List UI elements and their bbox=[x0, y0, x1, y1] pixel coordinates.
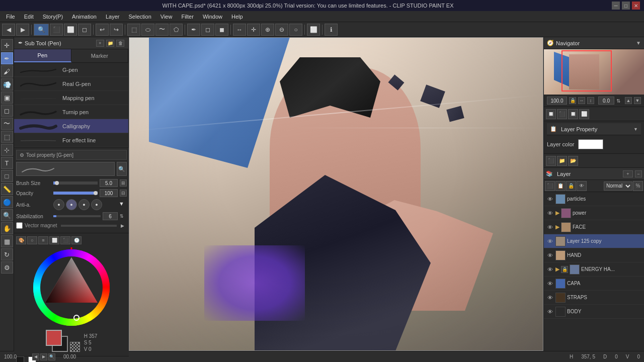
select-ellipse-btn[interactable]: ⬭ bbox=[141, 24, 154, 36]
blend-mode-select[interactable]: Normal Multiply Screen Overlay bbox=[604, 182, 632, 191]
select-tool[interactable]: ⬚ bbox=[1, 131, 13, 143]
layer-capa[interactable]: 👁 CAPA bbox=[544, 277, 644, 291]
sub-tool-delete[interactable]: 🗑 bbox=[116, 40, 124, 47]
eyedropper-tool[interactable]: 🔵 bbox=[1, 196, 13, 208]
transparent-swatch[interactable] bbox=[70, 342, 80, 352]
vector-magnet-checkbox[interactable] bbox=[16, 222, 23, 229]
layer-tb-btn1[interactable]: ⬛ bbox=[545, 181, 555, 191]
opacity-slider[interactable] bbox=[53, 192, 98, 195]
layer-vis-hand[interactable]: 👁 bbox=[546, 251, 554, 259]
antialias-expand[interactable]: ▼ bbox=[119, 201, 127, 209]
command-bar-toggle2[interactable]: ▶ bbox=[16, 24, 29, 36]
navigator-toggle[interactable]: ▼ bbox=[636, 40, 641, 46]
transform-btn[interactable]: ↔ bbox=[233, 24, 246, 36]
nav-settings-btn[interactable]: ▲ bbox=[625, 97, 632, 104]
status-zoom-btn[interactable]: 🔍 bbox=[48, 353, 55, 360]
eraser-tool[interactable]: ◻ bbox=[1, 105, 13, 117]
zoom-lock-btn[interactable]: 🔒 bbox=[569, 97, 576, 104]
status-prev-btn[interactable]: ◀ bbox=[32, 353, 39, 360]
gradient-tool[interactable]: ▦ bbox=[1, 235, 13, 247]
layer-opacity-btn[interactable]: % bbox=[633, 181, 643, 191]
right-tool-4[interactable]: ⬜ bbox=[579, 109, 589, 119]
brush-tool[interactable]: 🖌 bbox=[1, 65, 13, 77]
right-tool-1[interactable]: 🔲 bbox=[546, 109, 556, 119]
opacity-lock[interactable]: ⊟ bbox=[120, 190, 127, 197]
right-tool-2[interactable]: ⬛ bbox=[557, 109, 567, 119]
layer-vis-125copy[interactable]: 👁 bbox=[546, 237, 554, 245]
status-next-btn[interactable]: ▶ bbox=[40, 353, 47, 360]
layer-particles[interactable]: 👁 particles bbox=[544, 192, 644, 206]
aa-btn-3[interactable]: ● bbox=[91, 199, 102, 210]
stabilization-input[interactable]: 6 bbox=[103, 212, 118, 220]
close-button[interactable]: ✕ bbox=[632, 2, 640, 10]
layer-hand[interactable]: 👁 HAND bbox=[544, 248, 644, 262]
nav-expand-btn[interactable]: ▼ bbox=[634, 97, 641, 104]
ruler-tool[interactable]: 📏 bbox=[1, 183, 13, 195]
zoom-view-btn[interactable]: 🔍 bbox=[34, 24, 49, 36]
circle-btn[interactable]: ○ bbox=[289, 24, 302, 36]
airbrush-tool[interactable]: 💨 bbox=[1, 78, 13, 90]
stabilization-arrows[interactable]: ⇅ bbox=[120, 214, 127, 219]
fill-tool[interactable]: ▣ bbox=[1, 92, 13, 104]
menu-edit[interactable]: Edit bbox=[20, 13, 38, 21]
opacity-thumb[interactable] bbox=[94, 191, 98, 195]
energy-lock[interactable]: 🔒 bbox=[561, 266, 568, 273]
color-history-btn[interactable]: 🕐 bbox=[71, 236, 82, 244]
command-bar-toggle[interactable]: ◀ bbox=[2, 24, 15, 36]
menu-help[interactable]: Help bbox=[227, 13, 247, 21]
brush-realgpen[interactable]: Real G-pen bbox=[14, 77, 128, 91]
fill-btn[interactable]: ◼ bbox=[215, 24, 228, 36]
stabilization-slider[interactable] bbox=[53, 215, 101, 217]
brush-calligraphy[interactable]: Calligraphy bbox=[14, 119, 128, 133]
brush-size-thumb[interactable] bbox=[55, 181, 59, 185]
sub-tool-folder[interactable]: 📁 bbox=[106, 40, 114, 47]
menu-view[interactable]: View bbox=[156, 13, 177, 21]
aa-btn-1[interactable]: ● bbox=[66, 199, 77, 210]
rotate-tool[interactable]: ↻ bbox=[1, 248, 13, 260]
eraser-btn[interactable]: ◻ bbox=[201, 24, 214, 36]
maximize-button[interactable]: □ bbox=[622, 2, 630, 10]
text-tool[interactable]: T bbox=[1, 157, 13, 169]
redo-btn[interactable]: ↪ bbox=[110, 24, 123, 36]
menu-selection[interactable]: Selection bbox=[125, 13, 155, 21]
color-swatches-btn[interactable]: ⬜ bbox=[49, 236, 59, 244]
pen-tool[interactable]: ✒ bbox=[1, 52, 13, 64]
layer-icon-2[interactable]: 📁 bbox=[557, 156, 567, 166]
brush-size-input[interactable]: 5.0 bbox=[100, 179, 118, 187]
brush-turnippen[interactable]: Turnip pen bbox=[14, 105, 128, 119]
brush-size-slider[interactable] bbox=[53, 182, 98, 185]
layer-color-swatch[interactable] bbox=[578, 139, 603, 149]
select-polygon-btn[interactable]: ⬠ bbox=[170, 24, 183, 36]
brush-size-lock[interactable]: ⊞ bbox=[120, 179, 127, 187]
color-wheel-svg[interactable] bbox=[31, 247, 112, 328]
zoom-out-btn[interactable]: ⊖ bbox=[275, 24, 288, 36]
figure-tool[interactable]: □ bbox=[1, 170, 13, 182]
blend-tool[interactable]: 〜 bbox=[1, 118, 13, 130]
right-tool-3[interactable]: 🔲 bbox=[568, 109, 578, 119]
layer-prop-expand[interactable]: ▼ bbox=[633, 127, 638, 132]
select-rect-btn[interactable]: ⬚ bbox=[127, 24, 140, 36]
move-layer-btn[interactable]: ✛ bbox=[247, 24, 260, 36]
layer-tb-btn3[interactable]: 🔒 bbox=[566, 181, 576, 191]
pen-pressure-btn[interactable]: ✒ bbox=[187, 24, 200, 36]
layer-vis-body[interactable]: 👁 bbox=[546, 308, 554, 316]
navigator-preview[interactable] bbox=[544, 49, 644, 95]
zoom-in-btn[interactable]: ⊕ bbox=[261, 24, 274, 36]
angle-input[interactable]: 0.0 bbox=[598, 97, 614, 105]
rotate-view-btn[interactable]: ◻ bbox=[78, 24, 91, 36]
layer-icon-3[interactable]: 📂 bbox=[568, 156, 578, 166]
color-wheel-btn[interactable]: 🎨 bbox=[16, 236, 26, 244]
select-lasso-btn[interactable]: 〜 bbox=[155, 24, 169, 36]
menu-animation[interactable]: Animation bbox=[68, 13, 101, 21]
layer-vis-particles[interactable]: 👁 bbox=[546, 195, 554, 203]
actual-size-btn[interactable]: ⬜ bbox=[64, 24, 77, 36]
menu-filter[interactable]: Filter bbox=[177, 13, 197, 21]
layer-face[interactable]: 👁 ▶ FACE bbox=[544, 220, 644, 234]
brush-effectline[interactable]: For effect line bbox=[14, 133, 128, 147]
vector-magnet-slider[interactable] bbox=[61, 225, 117, 227]
cursor-tool[interactable]: ✛ bbox=[1, 39, 13, 51]
fit-view-btn[interactable]: ⬛ bbox=[50, 24, 63, 36]
layer-vis-power[interactable]: 👁 bbox=[546, 209, 554, 217]
undo-btn[interactable]: ↩ bbox=[96, 24, 109, 36]
layer-energy[interactable]: 👁 ▶ 🔒 ENERGY HA... bbox=[544, 262, 644, 277]
